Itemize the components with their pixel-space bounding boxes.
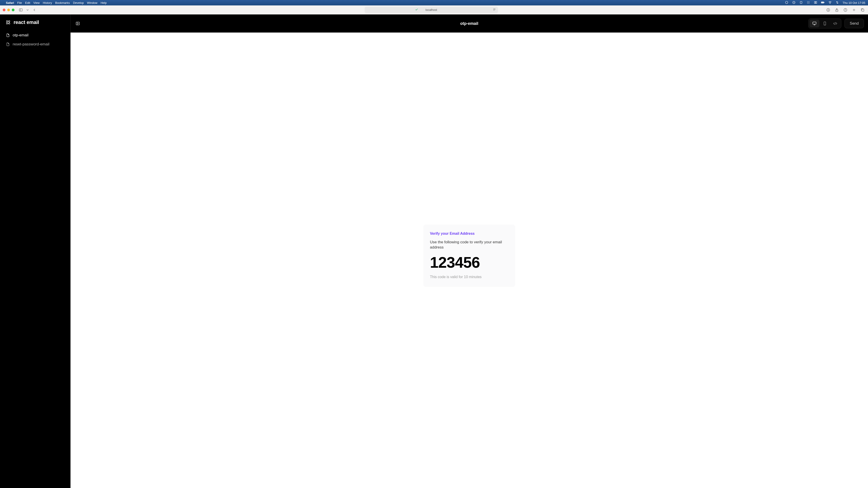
downloads-button[interactable] [826,7,831,13]
menubar-item-view[interactable]: View [33,1,40,4]
menubar-app-name[interactable]: Safari [6,1,14,4]
tab-overview-button[interactable] [860,7,865,13]
battery-icon[interactable] [821,1,825,5]
view-source-button[interactable] [830,20,840,27]
preview-area: Verify your Email Address Use the follow… [70,33,868,488]
svg-point-5 [809,1,809,2]
preview-topbar: otp-email Send [70,14,868,33]
sidebar-item-label: reset-password-email [13,42,50,46]
menubar-datetime[interactable]: Thu 10 Oct 17:05 [843,1,865,4]
sidebar-list: otp-email reset-password-email [0,30,70,48]
menubar-item-help[interactable]: Help [101,1,107,4]
window-zoom-button[interactable] [12,8,14,11]
window-controls [3,8,14,11]
status-icon[interactable] [807,1,810,5]
menubar-item-file[interactable]: File [17,1,22,4]
share-button[interactable] [834,7,839,13]
email-card: Verify your Email Address Use the follow… [424,225,515,287]
view-mobile-button[interactable] [820,20,830,27]
sidebar-item-otp-email[interactable]: otp-email [2,31,68,39]
safari-toolbar: localhost [0,5,868,14]
sidebar-item-reset-password-email[interactable]: reset-password-email [2,40,68,48]
menubar-item-develop[interactable]: Develop [73,1,84,4]
svg-point-19 [837,3,838,3]
svg-point-10 [808,3,809,4]
svg-rect-37 [813,22,816,24]
svg-rect-32 [862,9,864,11]
reader-mode-icon[interactable] [493,8,496,12]
sidebar-toggle-button[interactable] [18,7,24,13]
app-root: react email otp-email reset-password-ema… [0,14,868,488]
svg-line-42 [835,22,836,25]
svg-rect-2 [800,1,802,3]
svg-point-0 [785,1,788,4]
svg-point-9 [807,3,808,4]
svg-point-11 [809,3,809,4]
status-icon[interactable] [814,1,817,5]
svg-point-7 [808,2,809,3]
macos-menubar: Safari File Edit View History Bookmarks … [0,0,868,5]
tab-group-dropdown-button[interactable] [26,7,29,13]
svg-point-3 [807,1,808,2]
main-panel: otp-email Send [70,14,868,488]
brand[interactable]: react email [0,20,70,30]
window-minimize-button[interactable] [7,8,10,11]
email-instruction: Use the following code to verify your em… [430,240,508,250]
svg-rect-13 [815,2,817,3]
new-tab-button[interactable] [851,7,857,13]
react-email-logo-icon [5,20,11,25]
sidebar-item-label: otp-email [13,33,29,37]
svg-rect-12 [814,2,815,3]
status-icon[interactable] [799,1,803,5]
menubar-item-edit[interactable]: Edit [25,1,30,4]
email-validity-note: This code is valid for 10 minutes [430,275,508,279]
preview-title: otp-email [460,21,478,26]
view-desktop-button[interactable] [809,20,819,27]
svg-point-29 [845,9,845,9]
brand-text: react email [13,20,39,25]
send-button-label: Send [850,21,859,26]
collapse-sidebar-button[interactable] [74,20,81,27]
address-bar[interactable]: localhost [365,7,498,13]
status-icon[interactable] [792,1,796,5]
file-icon [6,42,10,46]
svg-rect-16 [821,2,824,3]
back-button[interactable] [32,7,37,13]
svg-point-8 [809,2,809,3]
window-close-button[interactable] [3,8,5,11]
file-icon [6,33,10,37]
email-otp-code: 123456 [430,255,508,270]
page-info-button[interactable] [843,7,848,13]
svg-point-6 [807,2,808,3]
menubar-item-window[interactable]: Window [87,1,97,4]
svg-point-18 [836,2,837,2]
control-center-icon[interactable] [835,1,839,5]
address-bar-url: localhost [426,8,437,11]
email-heading: Verify your Email Address [430,232,508,236]
svg-point-4 [808,1,809,2]
svg-rect-20 [19,8,22,11]
wifi-icon[interactable] [828,1,832,5]
svg-rect-15 [824,2,824,2]
menubar-item-bookmarks[interactable]: Bookmarks [55,1,70,4]
send-button[interactable]: Send [844,19,864,28]
menubar-item-history[interactable]: History [43,1,52,4]
view-toggle-group [808,19,841,29]
status-icon[interactable] [785,1,788,5]
sidebar: react email otp-email reset-password-ema… [0,14,70,488]
site-lock-icon [415,8,418,12]
